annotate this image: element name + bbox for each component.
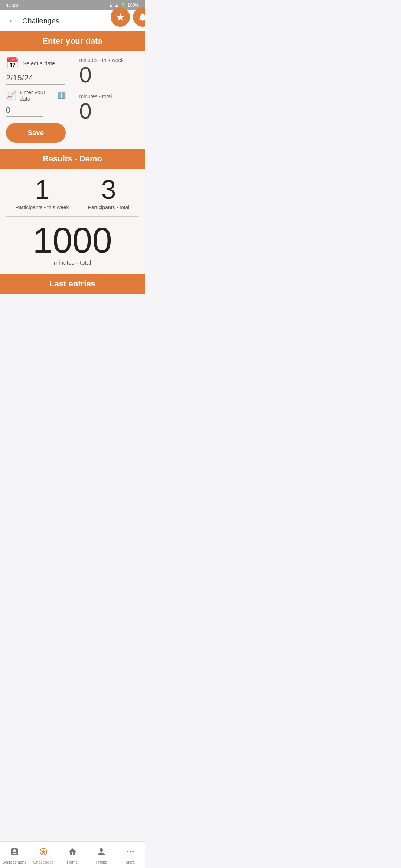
minutes-this-week-group: minutes - this week 0 xyxy=(79,57,139,86)
header-actions xyxy=(111,7,145,27)
participants-row: 1 Participants - this week 3 Participant… xyxy=(6,176,139,210)
big-stat-value: 1000 xyxy=(33,223,112,258)
results-title: Results - Demo xyxy=(43,154,102,163)
last-entries-title: Last entries xyxy=(49,279,95,288)
results-section: 1 Participants - this week 3 Participant… xyxy=(0,169,145,274)
left-panel: 📅 Select a date 📈 Enter your data ℹ️ Sav… xyxy=(6,57,72,143)
data-row: 📈 Enter your data ℹ️ xyxy=(6,89,66,102)
participants-this-week-value: 1 xyxy=(35,176,49,203)
badge-icon xyxy=(115,12,125,22)
enter-data-header: Enter your data xyxy=(0,31,145,51)
wifi-icon: ▲ xyxy=(109,3,113,8)
participants-this-week: 1 Participants - this week xyxy=(15,176,69,210)
participants-this-week-label: Participants - this week xyxy=(15,204,69,210)
badge-button[interactable] xyxy=(111,7,130,27)
enter-data-section: 📅 Select a date 📈 Enter your data ℹ️ Sav… xyxy=(0,51,145,149)
minutes-total-group: minutes - total 0 xyxy=(79,93,139,122)
info-icon[interactable]: ℹ️ xyxy=(58,91,66,99)
notification-icon xyxy=(138,12,145,22)
minutes-total-value: 0 xyxy=(79,100,92,122)
page-title: Challenges xyxy=(22,17,59,25)
battery-icon: 🔋 xyxy=(120,3,126,8)
date-label: Select a date xyxy=(23,60,55,66)
save-button[interactable]: Save xyxy=(6,123,66,143)
back-icon: ← xyxy=(9,16,17,26)
chart-icon: 📈 xyxy=(6,91,16,100)
back-button[interactable]: ← xyxy=(6,14,19,27)
participants-total-value: 3 xyxy=(101,176,116,203)
results-header: Results - Demo xyxy=(0,149,145,169)
calendar-icon: 📅 xyxy=(6,57,19,69)
big-stat-group: 1000 minutes - total xyxy=(6,223,139,266)
last-entries-header: Last entries xyxy=(0,274,145,294)
header: ← Challenges xyxy=(0,10,145,31)
participants-total-label: Participants - total xyxy=(88,204,129,210)
status-time: 11:32 xyxy=(6,3,18,8)
big-stat-label: minutes - total xyxy=(54,260,91,266)
date-input[interactable] xyxy=(6,72,65,85)
data-entry-label: Enter your data xyxy=(20,89,54,102)
notification-button[interactable] xyxy=(133,7,145,27)
divider xyxy=(6,216,139,217)
date-row: 📅 Select a date xyxy=(6,57,66,69)
data-input[interactable] xyxy=(6,104,43,117)
right-panel: minutes - this week 0 minutes - total 0 xyxy=(72,57,139,143)
status-icons: ▲ ▲ 🔋 100% xyxy=(109,3,139,8)
battery-percent: 100% xyxy=(127,3,139,8)
signal-icon: ▲ xyxy=(114,3,119,8)
enter-data-title: Enter your data xyxy=(42,36,102,46)
minutes-this-week-value: 0 xyxy=(79,64,92,86)
participants-total: 3 Participants - total xyxy=(88,176,129,210)
